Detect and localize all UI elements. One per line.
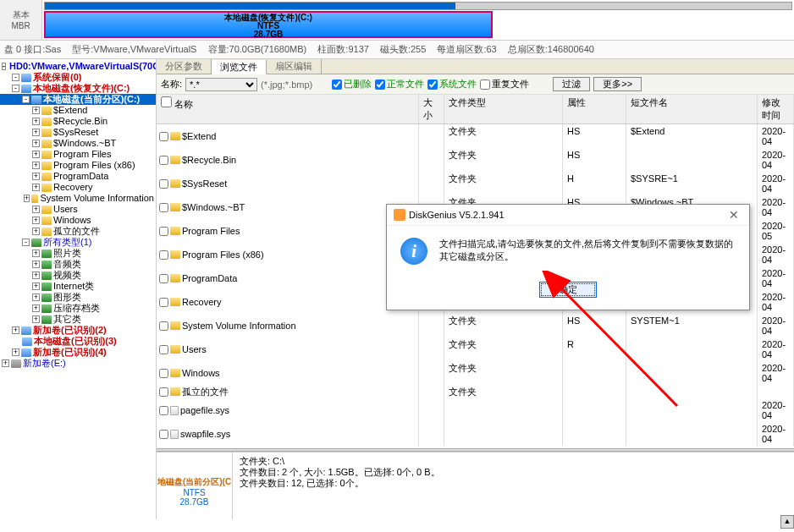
bottom-info-panel: 地磁盘(当前分区)(C NTFS 28.7GB 文件夹: C:\ 文件数目: 2… [157, 452, 794, 519]
file-type: 文件夹 [444, 361, 563, 385]
file-name: Windows [182, 368, 220, 378]
tree-folder-sysreset[interactable]: +$SysReset [0, 127, 156, 138]
file-checkbox[interactable] [159, 406, 168, 415]
folder-icon [170, 298, 180, 306]
tree-type-audio[interactable]: +音频类 [0, 259, 156, 270]
file-row[interactable]: 孤立的文件文件夹 [157, 385, 794, 398]
file-date [758, 385, 794, 398]
cb-dup[interactable]: 重复文件 [480, 78, 529, 90]
folder-icon [170, 321, 180, 330]
file-row[interactable]: swapfile.sys2020-04 [157, 422, 794, 446]
file-shortname [626, 148, 758, 172]
file-checkbox[interactable] [159, 345, 168, 354]
tree-type-internet[interactable]: +Internet类 [0, 281, 156, 292]
file-name: Recovery [182, 297, 221, 307]
partition-selected[interactable]: 本地磁盘(恢复文件)(C:) NTFS 28.7GB [44, 11, 493, 38]
disk-tree[interactable]: -HD0:VMware,VMwareVirtualS(70GB) -系统保留(0… [0, 59, 157, 519]
tree-newvol-e[interactable]: +新加卷(E:) [0, 358, 156, 369]
file-checkbox[interactable] [159, 274, 168, 283]
cb-system[interactable]: 系统文件 [427, 78, 477, 90]
file-date: 2020-05 [758, 219, 794, 243]
tree-newvol-4[interactable]: +新加卷(已识别)(4) [0, 347, 156, 358]
check-all[interactable] [161, 96, 172, 107]
tree-type-other[interactable]: +其它类 [0, 314, 156, 325]
ok-button[interactable]: 确定 [539, 282, 597, 298]
cb-normal[interactable]: 正常文件 [375, 78, 424, 90]
tree-local-disk-current[interactable]: -本地磁盘(当前分区)(C:) [0, 94, 156, 105]
file-checkbox[interactable] [159, 179, 168, 189]
tree-disk-root[interactable]: -HD0:VMware,VMwareVirtualS(70GB) [0, 61, 156, 72]
file-date: 2020-04 [758, 422, 794, 446]
folder-icon [170, 179, 180, 188]
filter-pattern-select[interactable]: *.* [185, 78, 257, 91]
file-checkbox[interactable] [159, 227, 168, 236]
tab-partition-params[interactable]: 分区参数 [157, 59, 212, 74]
tree-folder-extend[interactable]: +$Extend [0, 105, 156, 116]
tree-folder-progdata[interactable]: +ProgramData [0, 171, 156, 182]
more-button[interactable]: 更多>> [593, 77, 642, 91]
file-type: 文件夹 [444, 385, 563, 398]
partition-map[interactable]: 本地磁盘(恢复文件)(C:) NTFS 28.7GB [42, 0, 794, 40]
filter-button[interactable]: 过滤 [553, 77, 590, 91]
file-date: 2020-04 [758, 266, 794, 290]
file-row[interactable]: System Volume Information文件夹HSSYSTEM~120… [157, 314, 794, 337]
partition-thumbnail: 地磁盘(当前分区)(C NTFS 28.7GB [157, 452, 233, 519]
file-date: 2020-04 [758, 290, 794, 314]
selection-info: 文件夹: C:\ 文件数目: 2 个, 大小: 1.5GB。已选择: 0个, 0… [233, 452, 794, 519]
folder-icon [170, 227, 180, 235]
file-name: $Windows.~BT [182, 202, 245, 212]
file-name: System Volume Information [182, 321, 296, 331]
file-row[interactable]: $Recycle.Bin文件夹HS2020-04 [157, 148, 794, 172]
scroll-up-icon[interactable]: ▲ [780, 515, 794, 519]
tree-folder-windows[interactable]: +Windows [0, 215, 156, 226]
tree-all-types[interactable]: -所有类型(1) [0, 237, 156, 248]
file-checkbox[interactable] [159, 369, 168, 378]
folder-icon [170, 132, 180, 140]
file-attr: H [563, 172, 626, 195]
file-type: 文件夹 [444, 314, 563, 337]
tree-folder-recovery[interactable]: +Recovery [0, 182, 156, 193]
partition-bar-section: 基本 MBR 本地磁盘(恢复文件)(C:) NTFS 28.7GB [0, 0, 794, 41]
tree-type-photo[interactable]: +照片类 [0, 248, 156, 259]
file-row[interactable]: $SysReset文件夹H$SYSRE~12020-04 [157, 172, 794, 195]
tree-type-archive[interactable]: +压缩存档类 [0, 303, 156, 314]
tree-folder-svi[interactable]: +System Volume Information [0, 193, 156, 204]
disk-status-bar: 盘 0 接口:Sas 型号:VMware,VMwareVirtualS 容量:7… [0, 41, 794, 59]
folder-icon [170, 369, 180, 377]
tree-type-video[interactable]: +视频类 [0, 270, 156, 281]
file-checkbox[interactable] [159, 156, 168, 165]
tree-local-disk-3[interactable]: 本地磁盘(已识别)(3) [0, 336, 156, 347]
tree-folder-recycle[interactable]: +$Recycle.Bin [0, 116, 156, 127]
tree-folder-orphan[interactable]: +孤立的文件 [0, 226, 156, 237]
tree-folder-progfiles[interactable]: +Program Files [0, 149, 156, 160]
file-attr [563, 361, 626, 385]
file-row[interactable]: pagefile.sys2020-04 [157, 398, 794, 422]
tree-folder-progfiles86[interactable]: +Program Files (x86) [0, 160, 156, 171]
tree-folder-winbt[interactable]: +$Windows.~BT [0, 138, 156, 149]
dialog-message: 文件扫描完成,请勾选要恢复的文件,然后将文件复制到不需要恢复数据的其它磁盘或分区… [439, 238, 736, 263]
file-checkbox[interactable] [159, 430, 168, 439]
file-row[interactable]: $Extend文件夹HS$Extend2020-04 [157, 124, 794, 148]
file-checkbox[interactable] [159, 250, 168, 260]
file-checkbox[interactable] [159, 387, 168, 397]
file-row[interactable]: Windows文件夹2020-04 [157, 361, 794, 385]
tab-sector-edit[interactable]: 扇区编辑 [267, 59, 322, 74]
file-icon [170, 406, 179, 415]
tab-browse-files[interactable]: 浏览文件 [212, 60, 267, 74]
file-row[interactable]: Users文件夹R2020-04 [157, 337, 794, 361]
tree-folder-users[interactable]: +Users [0, 204, 156, 215]
tree-newvol-2[interactable]: +新加卷(已识别)(2) [0, 325, 156, 336]
file-checkbox[interactable] [159, 321, 168, 331]
dialog-close-button[interactable]: ✕ [725, 208, 742, 222]
file-checkbox[interactable] [159, 298, 168, 307]
file-type: 文件夹 [444, 124, 563, 148]
file-checkbox[interactable] [159, 132, 168, 141]
tree-sys-reserved[interactable]: -系统保留(0) [0, 72, 156, 83]
tree-type-graphic[interactable]: +图形类 [0, 292, 156, 303]
dialog-app-icon [394, 209, 405, 221]
file-attr: HS [563, 314, 626, 337]
cb-deleted[interactable]: 已删除 [332, 78, 372, 90]
tree-local-disk-recover[interactable]: -本地磁盘(恢复文件)(C:) [0, 83, 156, 94]
file-attr: R [563, 337, 626, 361]
file-checkbox[interactable] [159, 203, 168, 212]
